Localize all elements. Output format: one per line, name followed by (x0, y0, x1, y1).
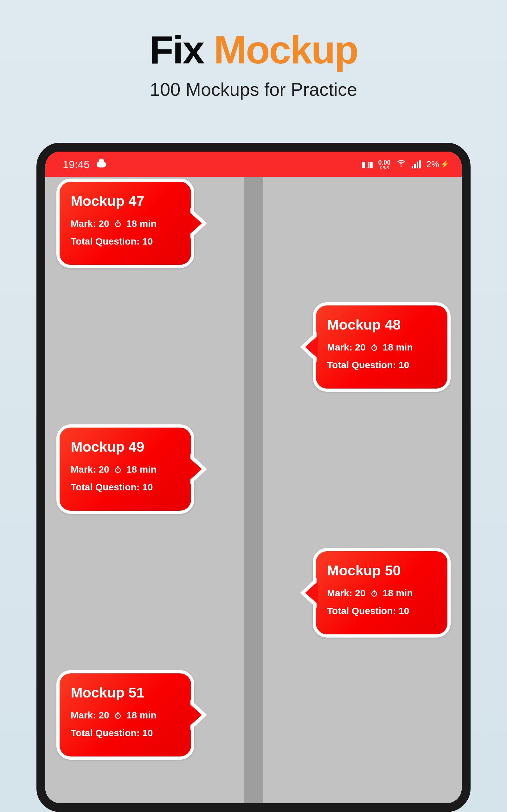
vibrate-icon: ▮▯▮ (361, 159, 373, 169)
mockup-card-title: Mockup 48 (327, 316, 438, 333)
cloud-icon (97, 161, 106, 167)
bubble-tail-inner (189, 212, 202, 235)
mark-label: Mark: 20 (327, 588, 366, 599)
mark-label: Mark: 20 (71, 710, 109, 721)
mockup-card-title: Mockup 50 (327, 562, 438, 579)
mockup-card-title: Mockup 47 (71, 193, 181, 209)
stopwatch-icon (114, 465, 122, 473)
mockup-card[interactable]: Mockup 48Mark: 2018 minTotal Question: 1… (313, 302, 451, 392)
bubble-tail-inner (189, 458, 202, 480)
mockup-card-meta-row: Mark: 2018 min (71, 464, 181, 475)
promo-title-word-1: Fix (149, 28, 204, 72)
promo-title: Fix Mockup (0, 0, 507, 72)
mark-label: Mark: 20 (327, 342, 366, 353)
svg-point-4 (372, 346, 377, 351)
mockup-card-total-row: Total Question: 10 (71, 728, 181, 739)
status-time: 19:45 (63, 158, 90, 171)
bubble-tail-inner (305, 581, 318, 604)
mockup-card-total-row: Total Question: 10 (327, 606, 438, 616)
stopwatch-icon (114, 711, 122, 719)
stopwatch-icon (114, 219, 122, 228)
mockup-card-total-row: Total Question: 10 (71, 236, 181, 247)
mockup-card-title: Mockup 51 (71, 684, 181, 701)
mockup-card-bubble[interactable]: Mockup 49Mark: 2018 minTotal Question: 1… (56, 424, 194, 514)
mark-label: Mark: 20 (71, 464, 109, 475)
mockup-list[interactable]: Mockup 47Mark: 2018 minTotal Question: 1… (45, 177, 462, 803)
status-left: 19:45 (63, 158, 106, 171)
stopwatch-icon (370, 343, 378, 351)
mockup-card-bubble[interactable]: Mockup 51Mark: 2018 minTotal Question: 1… (56, 670, 194, 760)
battery-level: 2%⚡ (427, 159, 449, 169)
timeline-track (244, 177, 263, 803)
total-question-label: Total Question: 10 (327, 360, 409, 370)
total-question-label: Total Question: 10 (71, 482, 153, 493)
duration-label: 18 min (383, 588, 413, 599)
promo-title-word-2: Mockup (214, 28, 358, 72)
mockup-card-bubble[interactable]: Mockup 47Mark: 2018 minTotal Question: 1… (56, 179, 194, 268)
duration-label: 18 min (126, 464, 157, 475)
mockup-card-meta-row: Mark: 2018 min (71, 710, 181, 721)
duration-label: 18 min (383, 342, 413, 353)
mark-label: Mark: 20 (71, 218, 109, 229)
stopwatch-icon (370, 589, 378, 597)
mockup-card-total-row: Total Question: 10 (71, 482, 181, 493)
mockup-card-total-row: Total Question: 10 (327, 360, 438, 370)
mockup-card[interactable]: Mockup 50Mark: 2018 minTotal Question: 1… (313, 548, 451, 638)
network-speed: 0.00 KB/S (378, 159, 391, 170)
mockup-card-title: Mockup 49 (71, 439, 181, 455)
bubble-tail-inner (305, 336, 318, 358)
mockup-card-bubble[interactable]: Mockup 50Mark: 2018 minTotal Question: 1… (313, 548, 451, 638)
signal-icon (412, 160, 421, 168)
bubble-tail-inner (189, 704, 202, 726)
duration-label: 18 min (126, 710, 157, 721)
total-question-label: Total Question: 10 (71, 236, 153, 247)
mockup-card[interactable]: Mockup 49Mark: 2018 minTotal Question: 1… (56, 424, 194, 514)
wifi-icon (396, 158, 406, 170)
mockup-card-meta-row: Mark: 2018 min (71, 218, 181, 229)
mockup-card[interactable]: Mockup 47Mark: 2018 minTotal Question: 1… (56, 179, 194, 268)
svg-point-8 (115, 468, 120, 473)
status-bar: 19:45 ▮▯▮ 0.00 KB/S 2%⚡ (45, 152, 462, 177)
promo-subtitle: 100 Mockups for Practice (0, 79, 507, 100)
charging-icon: ⚡ (441, 160, 449, 168)
duration-label: 18 min (126, 218, 157, 229)
status-right: ▮▯▮ 0.00 KB/S 2%⚡ (361, 158, 449, 170)
mockup-card-meta-row: Mark: 2018 min (327, 588, 438, 599)
mockup-card-meta-row: Mark: 2018 min (327, 342, 438, 353)
mockup-card-bubble[interactable]: Mockup 48Mark: 2018 minTotal Question: 1… (313, 302, 451, 392)
total-question-label: Total Question: 10 (71, 728, 153, 739)
svg-point-12 (372, 592, 377, 596)
mockup-card[interactable]: Mockup 51Mark: 2018 minTotal Question: 1… (56, 670, 194, 760)
total-question-label: Total Question: 10 (327, 606, 409, 616)
tablet-frame: 19:45 ▮▯▮ 0.00 KB/S 2%⚡ Mockup 47Mark: 2… (37, 143, 470, 812)
